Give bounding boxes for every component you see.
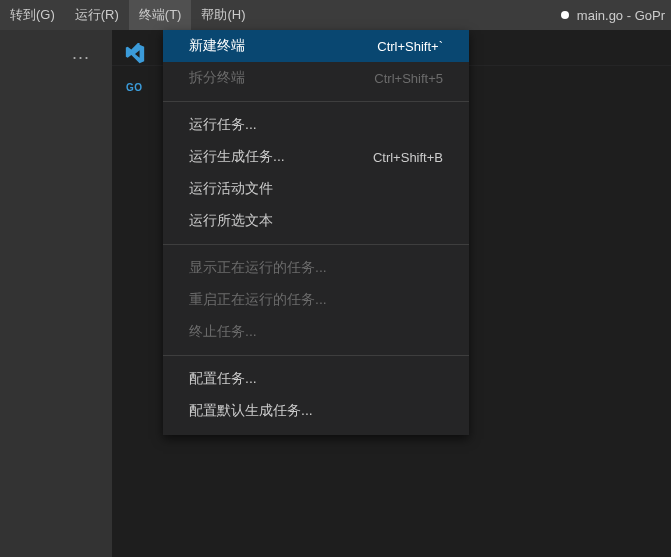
window-title: main.go - GoPr (561, 0, 671, 30)
menu-item: 重启正在运行的任务... (163, 284, 469, 316)
menu-item-label: 配置任务... (189, 370, 443, 388)
menu-item[interactable]: 运行任务... (163, 109, 469, 141)
menu-item[interactable]: 配置任务... (163, 363, 469, 395)
menubar-item[interactable]: 终端(T) (129, 0, 192, 30)
menu-item-label: 配置默认生成任务... (189, 402, 443, 420)
menu-item-label: 运行生成任务... (189, 148, 373, 166)
menu-item-label: 拆分终端 (189, 69, 374, 87)
menubar-item[interactable]: 运行(R) (65, 0, 129, 30)
menu-item[interactable]: 运行生成任务...Ctrl+Shift+B (163, 141, 469, 173)
menu-item-label: 显示正在运行的任务... (189, 259, 443, 277)
menu-item: 终止任务... (163, 316, 469, 348)
menu-item: 拆分终端Ctrl+Shift+5 (163, 62, 469, 94)
title-text: main.go - GoPr (577, 8, 665, 23)
menu-item[interactable]: 运行所选文本 (163, 205, 469, 237)
menu-item-label: 新建终端 (189, 37, 377, 55)
menu-item-label: 运行所选文本 (189, 212, 443, 230)
menu-item-label: 运行任务... (189, 116, 443, 134)
menu-item[interactable]: 运行活动文件 (163, 173, 469, 205)
vscode-icon (124, 43, 146, 65)
menu-item-shortcut: Ctrl+Shift+` (377, 39, 443, 54)
go-file-icon: GO (126, 82, 143, 93)
menu-item-label: 运行活动文件 (189, 180, 443, 198)
menubar-item[interactable]: 帮助(H) (191, 0, 255, 30)
menu-item-label: 重启正在运行的任务... (189, 291, 443, 309)
menu-separator (163, 244, 469, 245)
menu-item-label: 终止任务... (189, 323, 443, 341)
dirty-indicator-icon (561, 11, 569, 19)
terminal-menu-dropdown: 新建终端Ctrl+Shift+`拆分终端Ctrl+Shift+5运行任务...运… (163, 30, 469, 435)
menu-item-shortcut: Ctrl+Shift+B (373, 150, 443, 165)
menu-item[interactable]: 配置默认生成任务... (163, 395, 469, 427)
menu-item-shortcut: Ctrl+Shift+5 (374, 71, 443, 86)
menu-item: 显示正在运行的任务... (163, 252, 469, 284)
menu-separator (163, 355, 469, 356)
menu-separator (163, 101, 469, 102)
menu-item[interactable]: 新建终端Ctrl+Shift+` (163, 30, 469, 62)
menubar-item[interactable]: 转到(G) (0, 0, 65, 30)
more-icon[interactable]: ··· (0, 30, 112, 66)
activity-bar: ··· (0, 30, 112, 557)
